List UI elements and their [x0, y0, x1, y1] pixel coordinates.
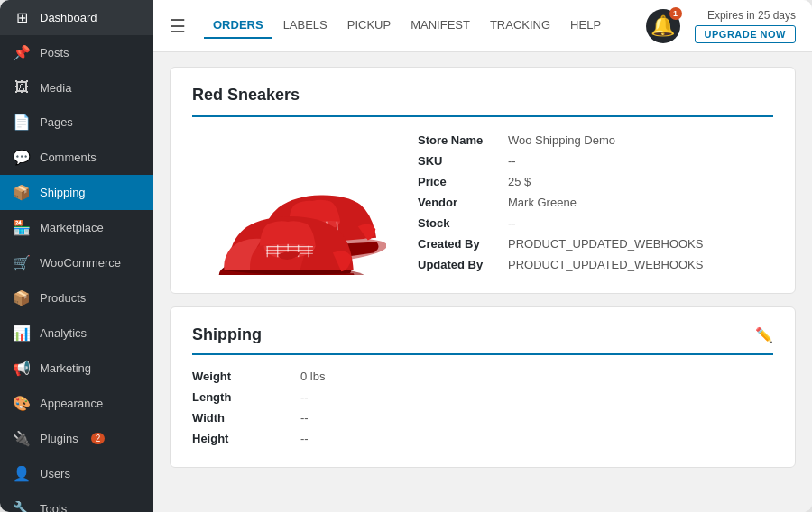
nav-tab-help[interactable]: HELP: [561, 13, 610, 39]
product-info-row: Price25 $: [418, 171, 773, 192]
top-bar-right: 🔔 1 Expires in 25 days UPGRADE NOW: [646, 9, 796, 43]
sidebar-item-label-woocommerce: WooCommerce: [40, 256, 121, 270]
sidebar-item-label-analytics: Analytics: [40, 326, 87, 340]
sidebar-item-label-users: Users: [40, 467, 70, 480]
shipping-row: Length--: [192, 387, 773, 407]
shipping-field-label: Height: [192, 432, 300, 445]
sidebar-item-marketing[interactable]: 📢Marketing: [0, 351, 153, 386]
product-info-value: Woo Shipping Demo: [508, 133, 615, 147]
sidebar-item-products[interactable]: 📦Products: [0, 280, 153, 315]
shipping-field-label: Weight: [192, 370, 300, 383]
product-info-label: Stock: [418, 216, 508, 230]
sidebar: ⊞Dashboard📌Posts🖼Media📄Pages💬Comments📦Sh…: [0, 0, 153, 512]
product-info-value: PRODUCT_UPDATED_WEBHOOKS: [508, 258, 703, 271]
product-info-value: --: [508, 216, 516, 230]
shipping-icon: 📦: [13, 184, 31, 201]
nav-tab-manifest[interactable]: MANIFEST: [401, 13, 479, 39]
shipping-field-label: Width: [192, 411, 300, 425]
product-info-row: Updated ByPRODUCT_UPDATED_WEBHOOKS: [418, 254, 773, 275]
shipping-field-value: --: [300, 390, 309, 404]
shipping-row: Weight0 lbs: [192, 366, 773, 387]
sidebar-item-label-pages: Pages: [40, 115, 73, 129]
sidebar-item-users[interactable]: 👤Users: [0, 456, 153, 491]
sidebar-item-comments[interactable]: 💬Comments: [0, 140, 153, 175]
sidebar-item-shipping[interactable]: 📦Shipping: [0, 175, 153, 210]
notification-bell[interactable]: 🔔 1: [646, 9, 680, 43]
sidebar-item-pages[interactable]: 📄Pages: [0, 105, 153, 140]
sidebar-item-label-tools: Tools: [40, 502, 67, 512]
sidebar-badge-plugins: 2: [91, 433, 106, 444]
sidebar-item-media[interactable]: 🖼Media: [0, 70, 153, 105]
product-info-row: Stock--: [418, 213, 773, 233]
nav-tab-orders[interactable]: ORDERS: [204, 13, 272, 39]
product-info-value: PRODUCT_UPDATED_WEBHOOKS: [508, 237, 703, 251]
product-info-value: 25 $: [508, 175, 531, 188]
posts-icon: 📌: [13, 44, 31, 61]
sidebar-item-woocommerce[interactable]: 🛒WooCommerce: [0, 245, 153, 280]
product-image: [197, 131, 386, 275]
products-icon: 📦: [13, 289, 31, 306]
product-info-value: --: [508, 154, 516, 168]
sidebar-item-analytics[interactable]: 📊Analytics: [0, 315, 153, 351]
content-area: Red Sneakers: [153, 52, 812, 512]
sidebar-item-label-marketplace: Marketplace: [40, 221, 104, 234]
nav-tab-labels[interactable]: LABELS: [274, 13, 337, 39]
analytics-icon: 📊: [13, 325, 31, 342]
sidebar-item-posts[interactable]: 📌Posts: [0, 35, 153, 70]
product-card: Red Sneakers: [170, 67, 796, 294]
product-info-value: Mark Greene: [508, 196, 577, 209]
nav-tabs: ORDERSLABELSPICKUPMANIFESTTRACKINGHELP: [204, 13, 637, 39]
tools-icon: 🔧: [13, 500, 31, 512]
marketing-icon: 📢: [13, 360, 31, 377]
nav-tab-tracking[interactable]: TRACKING: [481, 13, 559, 39]
product-info-row: VendorMark Greene: [418, 192, 773, 213]
sidebar-item-label-marketing: Marketing: [40, 361, 91, 375]
sidebar-item-dashboard[interactable]: ⊞Dashboard: [0, 0, 153, 35]
product-info-label: SKU: [418, 154, 508, 168]
edit-icon[interactable]: ✏️: [755, 326, 773, 343]
shipping-field-value: --: [300, 432, 309, 445]
sidebar-item-label-dashboard: Dashboard: [40, 11, 97, 24]
product-info-label: Price: [418, 175, 508, 188]
media-icon: 🖼: [13, 79, 31, 96]
product-info-row: SKU--: [418, 151, 773, 171]
marketplace-icon: 🏪: [13, 219, 31, 236]
product-info-table: Store NameWoo Shipping DemoSKU--Price25 …: [418, 130, 773, 275]
sidebar-item-label-media: Media: [40, 81, 71, 95]
dashboard-icon: ⊞: [13, 9, 31, 26]
main-area: ☰ ORDERSLABELSPICKUPMANIFESTTRACKINGHELP…: [153, 0, 812, 512]
sidebar-item-label-plugins: Plugins: [40, 432, 78, 445]
sidebar-item-label-products: Products: [40, 291, 86, 305]
product-info-row: Store NameWoo Shipping Demo: [418, 130, 773, 151]
shipping-field-value: --: [300, 411, 309, 425]
notification-badge: 1: [669, 7, 682, 20]
upgrade-section: Expires in 25 days UPGRADE NOW: [695, 9, 796, 43]
shipping-card: Shipping ✏️ Weight0 lbsLength--Width--He…: [170, 306, 796, 468]
sidebar-item-marketplace[interactable]: 🏪Marketplace: [0, 210, 153, 245]
appearance-icon: 🎨: [13, 395, 31, 412]
sidebar-item-plugins[interactable]: 🔌Plugins2: [0, 421, 153, 456]
shipping-row: Width--: [192, 407, 773, 428]
upgrade-button[interactable]: UPGRADE NOW: [695, 25, 796, 43]
expires-text: Expires in 25 days: [707, 9, 796, 22]
sidebar-item-appearance[interactable]: 🎨Appearance: [0, 386, 153, 421]
product-details: Store NameWoo Shipping DemoSKU--Price25 …: [192, 130, 773, 275]
pages-icon: 📄: [13, 114, 31, 131]
product-image-area: [192, 130, 391, 275]
woocommerce-icon: 🛒: [13, 254, 31, 271]
sidebar-item-label-posts: Posts: [40, 46, 69, 59]
users-icon: 👤: [13, 465, 31, 482]
product-info-label: Updated By: [418, 258, 508, 271]
comments-icon: 💬: [13, 149, 31, 166]
app-window: ⊞Dashboard📌Posts🖼Media📄Pages💬Comments📦Sh…: [0, 0, 812, 512]
nav-tab-pickup[interactable]: PICKUP: [338, 13, 400, 39]
sidebar-item-label-comments: Comments: [40, 151, 97, 164]
product-info-label: Store Name: [418, 133, 508, 147]
shipping-row: Height--: [192, 428, 773, 449]
sidebar-item-tools[interactable]: 🔧Tools: [0, 491, 153, 512]
shipping-field-value: 0 lbs: [300, 370, 325, 383]
sidebar-item-label-shipping: Shipping: [40, 186, 86, 199]
shipping-card-title: Shipping: [192, 325, 262, 344]
hamburger-icon[interactable]: ☰: [170, 15, 186, 37]
top-bar: ☰ ORDERSLABELSPICKUPMANIFESTTRACKINGHELP…: [153, 0, 812, 52]
